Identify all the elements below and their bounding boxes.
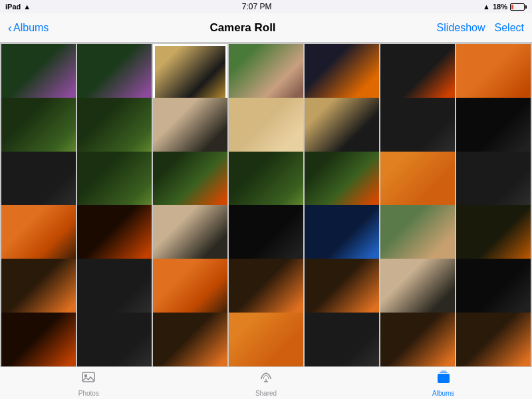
photos-tab-label: Photos bbox=[78, 390, 99, 397]
photo-cell-39[interactable] bbox=[229, 313, 303, 366]
shared-tab-icon bbox=[259, 370, 273, 388]
photo-cell-40[interactable] bbox=[305, 313, 379, 366]
photo-cell-37[interactable] bbox=[77, 313, 152, 366]
tab-bar: PhotosSharedAlbums bbox=[0, 366, 532, 399]
photo-cell-42[interactable] bbox=[456, 313, 531, 366]
battery-body bbox=[510, 3, 525, 11]
wifi-icon: ▲ bbox=[23, 3, 31, 11]
svg-rect-5 bbox=[440, 372, 448, 373]
status-left: iPad ▲ bbox=[5, 3, 31, 11]
albums-tab-icon bbox=[436, 370, 451, 388]
back-label: Albums bbox=[13, 22, 49, 34]
shared-tab-label: Shared bbox=[255, 390, 277, 397]
battery-tip bbox=[525, 5, 527, 9]
nav-actions: Slideshow Select bbox=[437, 22, 524, 34]
status-right: ▲ 18% bbox=[483, 3, 527, 11]
tab-shared[interactable]: Shared bbox=[178, 367, 355, 399]
photo-thumb-39 bbox=[229, 313, 303, 366]
status-bar: iPad ▲ 7:07 PM ▲ 18% bbox=[0, 0, 532, 13]
photo-thumb-37 bbox=[77, 313, 152, 366]
tab-photos[interactable]: Photos bbox=[0, 367, 178, 399]
slideshow-button[interactable]: Slideshow bbox=[437, 22, 485, 34]
device-label: iPad bbox=[5, 3, 21, 11]
photo-thumb-40 bbox=[305, 313, 379, 366]
battery-fill bbox=[511, 5, 513, 9]
photo-thumb-38 bbox=[153, 313, 227, 366]
svg-rect-1 bbox=[84, 374, 87, 377]
status-time: 7:07 PM bbox=[242, 2, 272, 11]
photo-cell-38[interactable] bbox=[153, 313, 227, 366]
photos-tab-icon bbox=[81, 370, 96, 388]
nav-bar: ‹ Albums Camera Roll Slideshow Select bbox=[0, 13, 532, 43]
select-button[interactable]: Select bbox=[495, 22, 524, 34]
photo-grid bbox=[0, 43, 532, 366]
tab-albums[interactable]: Albums bbox=[354, 367, 532, 399]
photo-thumb-42 bbox=[456, 313, 531, 366]
albums-tab-label: Albums bbox=[432, 390, 454, 397]
photo-thumb-36 bbox=[1, 313, 76, 366]
signal-arrow: ▲ bbox=[483, 3, 490, 11]
photo-thumb-41 bbox=[380, 313, 455, 366]
battery-indicator bbox=[510, 3, 527, 11]
svg-rect-6 bbox=[441, 370, 446, 372]
back-chevron-icon: ‹ bbox=[8, 22, 12, 34]
back-button[interactable]: ‹ Albums bbox=[8, 22, 49, 34]
photo-cell-36[interactable] bbox=[1, 313, 76, 366]
nav-title: Camera Roll bbox=[209, 21, 275, 35]
photo-cell-41[interactable] bbox=[380, 313, 455, 366]
svg-rect-4 bbox=[438, 374, 450, 383]
battery-percent: 18% bbox=[493, 3, 507, 11]
